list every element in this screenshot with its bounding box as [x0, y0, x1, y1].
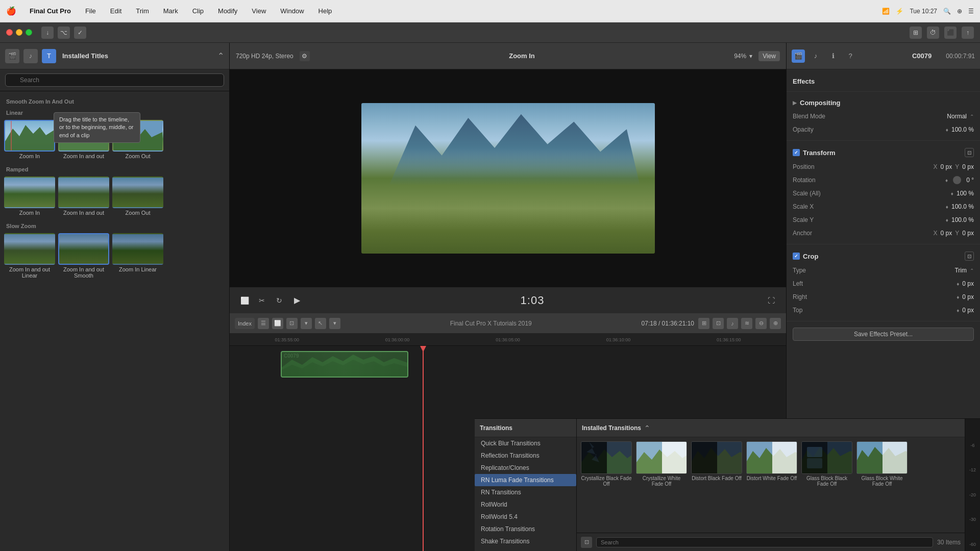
loop-icon[interactable]: ↻ — [273, 294, 286, 307]
check-icon[interactable]: ✓ — [74, 27, 86, 39]
pos-x-value[interactable]: 0 px — [941, 163, 952, 170]
anchor-y-value[interactable]: 0 px — [962, 230, 974, 237]
thumb-ramp-zoom-out[interactable]: Zoom Out — [112, 177, 163, 216]
browser-up-icon[interactable]: ⌃ — [217, 51, 224, 61]
maximize-button[interactable] — [26, 29, 32, 36]
rotation-knob[interactable] — [953, 176, 961, 184]
rotation-value[interactable]: ♦ 0 ° — [849, 176, 974, 184]
meter-icon[interactable]: ≋ — [741, 318, 752, 329]
transitions-up-icon[interactable]: ⌃ — [644, 424, 650, 432]
trans-thumb-glass-black[interactable]: Glass Block Black Fade Off — [801, 441, 852, 487]
thumb-slow-zoom-in-lin[interactable]: Zoom In Linear — [112, 233, 163, 279]
thumb-ramp-zoom-inout[interactable]: Zoom In and out — [58, 177, 109, 216]
trans-thumb-crystallize-black[interactable]: Crystallize Black Fade Off — [581, 441, 632, 487]
search-input[interactable] — [5, 73, 224, 87]
crop-reset-icon[interactable]: ⊡ — [965, 252, 974, 261]
blend-mode-value[interactable]: Normal ⌃ — [849, 113, 974, 120]
trans-shape[interactable]: Shape Transitions — [475, 547, 576, 551]
crop-checkbox[interactable]: ✓ — [793, 253, 800, 260]
timeline-options-icon[interactable]: ▾ — [301, 318, 312, 329]
inspector-info-tab[interactable]: ℹ — [826, 49, 840, 63]
fullscreen-icon[interactable]: ⛶ — [765, 294, 778, 307]
pos-y-value[interactable]: 0 px — [962, 163, 974, 170]
menu-trim[interactable]: Trim — [133, 6, 152, 16]
trans-thumb-distort-white[interactable]: Distort White Fade Off — [746, 441, 797, 487]
thumb-ramp-zoom-in[interactable]: Zoom In — [4, 177, 55, 216]
trans-quick-blur[interactable]: Quick Blur Transitions — [475, 437, 576, 449]
search-icon[interactable]: 🔍 — [943, 8, 951, 15]
select-tool-icon[interactable]: ↖ — [315, 318, 326, 329]
thumb-slow-zoom-inout-lin[interactable]: Zoom In and out Linear — [4, 233, 55, 279]
menu-view[interactable]: View — [249, 6, 269, 16]
crop-type-value[interactable]: Trim ⌃ — [849, 267, 974, 274]
share-icon[interactable]: ↑ — [962, 27, 974, 39]
transform-checkbox[interactable]: ✓ — [793, 149, 800, 156]
grid-icon[interactable]: ⊞ — [910, 27, 922, 39]
zoom-control[interactable]: 94% ▾ — [734, 53, 752, 60]
magnet-icon[interactable]: ⊞ — [698, 318, 709, 329]
angle-view-icon[interactable]: ⊡ — [286, 318, 298, 329]
menu-file[interactable]: File — [82, 6, 99, 16]
key-icon[interactable]: ⌥ — [58, 27, 70, 39]
video-icon[interactable]: 🎬 — [5, 49, 19, 63]
trim-icon[interactable]: ✂ — [255, 294, 268, 307]
download-icon[interactable]: ↓ — [41, 27, 54, 39]
trans-rotation[interactable]: Rotation Transitions — [475, 523, 576, 535]
compositing-header[interactable]: ▶ Compositing — [793, 96, 974, 110]
aspect-ratio-icon[interactable]: ⬜ — [238, 294, 251, 307]
titles-icon[interactable]: T — [42, 49, 56, 63]
app-name[interactable]: Final Cut Pro — [27, 6, 74, 16]
anchor-x-value[interactable]: 0 px — [941, 230, 952, 237]
crop-top-value[interactable]: ♦ 0 px — [849, 307, 974, 314]
view-button[interactable]: View — [758, 51, 780, 61]
music-icon[interactable]: ♪ — [23, 49, 38, 63]
settings-icon[interactable]: ⚙ — [300, 51, 310, 61]
inspector-help-icon[interactable]: ? — [844, 49, 857, 63]
apple-logo-icon[interactable]: 🍎 — [6, 6, 16, 16]
crop-header[interactable]: ✓ Crop ⊡ — [793, 248, 974, 264]
menu-mark[interactable]: Mark — [160, 6, 181, 16]
list-view-icon[interactable]: ☰ — [258, 318, 269, 329]
zoom-out-icon[interactable]: ⊖ — [755, 318, 767, 329]
menu-help[interactable]: Help — [315, 6, 335, 16]
inspector-audio-tab[interactable]: ♪ — [809, 49, 822, 63]
trans-shake[interactable]: Shake Transitions — [475, 535, 576, 547]
control-center-icon[interactable]: ☰ — [968, 8, 974, 15]
trans-rn[interactable]: RN Transitions — [475, 486, 576, 498]
trans-replicator[interactable]: Replicator/Clones — [475, 462, 576, 474]
tool-dropdown-icon[interactable]: ▾ — [329, 318, 340, 329]
trans-rn-luma[interactable]: RN Luma Fade Transitions — [475, 474, 576, 486]
inspector-video-tab[interactable]: 🎬 — [792, 49, 805, 63]
transitions-search-input[interactable] — [596, 537, 933, 547]
trans-thumb-glass-white[interactable]: Glass Block White Fade Off — [856, 441, 908, 487]
menu-window[interactable]: Window — [277, 6, 307, 16]
counter-icon[interactable]: ⏱ — [927, 27, 939, 39]
siri-icon[interactable]: ⊕ — [957, 8, 962, 15]
zoom-in-icon[interactable]: ⊕ — [770, 318, 781, 329]
scale-x-value[interactable]: ♦ 100.0 % — [849, 203, 974, 210]
crop-left-value[interactable]: ♦ 0 px — [849, 280, 974, 287]
layout-icon[interactable]: ⬛ — [944, 27, 957, 39]
audio-icon[interactable]: ♪ — [727, 318, 738, 329]
trans-thumb-distort-black[interactable]: Distort Black Fade Off — [691, 441, 742, 487]
menu-modify[interactable]: Modify — [215, 6, 240, 16]
menu-edit[interactable]: Edit — [107, 6, 125, 16]
trans-thumb-crystallize-white[interactable]: Crystallize White Fade Off — [636, 441, 687, 487]
minimize-button[interactable] — [16, 29, 22, 36]
clip-view-icon[interactable]: ⬜ — [272, 318, 283, 329]
thumb-slow-zoom-inout-smooth[interactable]: Zoom In and out Smooth — [58, 233, 109, 279]
thumb-zoom-in[interactable]: Zoom In — [4, 120, 55, 159]
menu-clip[interactable]: Clip — [189, 6, 207, 16]
crop-right-value[interactable]: ♦ 0 px — [849, 293, 974, 300]
scale-y-value[interactable]: ♦ 100.0 % — [849, 216, 974, 223]
trans-rollworld54[interactable]: RollWorld 5.4 — [475, 511, 576, 523]
timeline-clip[interactable]: C0079 — [281, 351, 408, 378]
transform-reset-icon[interactable]: ⊡ — [965, 148, 974, 157]
close-button[interactable] — [6, 29, 13, 36]
transform-header[interactable]: ✓ Transform ⊡ — [793, 145, 974, 160]
trans-rollworld[interactable]: RollWorld — [475, 498, 576, 511]
clip-icon[interactable]: ⊡ — [713, 318, 724, 329]
index-button[interactable]: Index — [235, 318, 255, 329]
save-preset-button[interactable]: Save Effects Preset... — [793, 328, 974, 341]
scale-all-value[interactable]: ♦ 100 % — [849, 190, 974, 197]
